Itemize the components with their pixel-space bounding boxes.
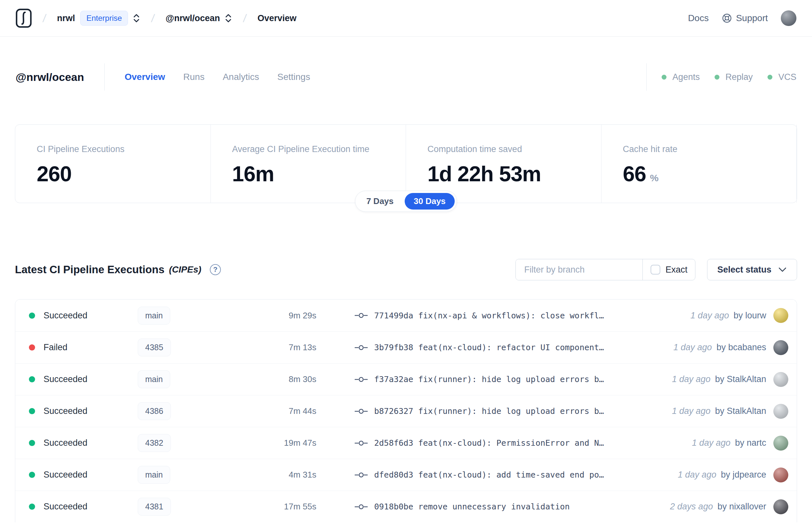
- cipe-time-ago: 1 day ago: [672, 374, 711, 384]
- branch-badge[interactable]: 4385: [138, 339, 171, 356]
- top-navbar: / nrwl Enterprise / @nrwl/ocean / Overvi…: [0, 0, 812, 37]
- tab-analytics[interactable]: Analytics: [223, 72, 259, 82]
- cipe-row[interactable]: Succeeded main 4m 31s dfed80d3 feat(nx-c…: [15, 459, 797, 491]
- divider: [646, 63, 647, 91]
- stat-value: 1d 22h 53m: [427, 162, 541, 186]
- stat-card-cache-hit: Cache hit rate 66 %: [601, 125, 797, 203]
- stat-card-executions: CI Pipeline Executions 260: [15, 125, 211, 203]
- branch-filter-group: Exact: [516, 259, 696, 280]
- cipes-section-header: Latest CI Pipeline Executions (CIPEs) ? …: [0, 259, 812, 280]
- cipe-duration: 17m 55s: [245, 501, 316, 512]
- feature-vcs[interactable]: VCS: [767, 72, 796, 82]
- status-dot-icon: [29, 440, 35, 446]
- tab-settings[interactable]: Settings: [277, 72, 310, 82]
- commit-message[interactable]: f37a32ae fix(runner): hide log upload er…: [374, 375, 604, 384]
- commit-message[interactable]: b8726327 fix(runner): hide log upload er…: [374, 406, 604, 416]
- cipe-duration: 7m 13s: [245, 342, 316, 352]
- divider: [104, 63, 105, 91]
- author-avatar: [773, 340, 788, 355]
- branch-badge[interactable]: 4386: [138, 402, 171, 420]
- cipe-row[interactable]: Failed 4385 7m 13s 3b79fb38 feat(nx-clou…: [15, 331, 797, 363]
- life-ring-icon: [722, 13, 732, 24]
- stat-value: 260: [37, 162, 72, 186]
- author-avatar: [773, 308, 788, 323]
- status-dot-icon: [767, 75, 772, 79]
- breadcrumb-separator: /: [151, 12, 156, 25]
- status-dot-icon: [29, 376, 35, 382]
- git-commit-icon: [355, 471, 368, 479]
- user-avatar[interactable]: [781, 10, 796, 26]
- commit-message[interactable]: dfed80d3 feat(nx-cloud): add time-saved …: [374, 470, 604, 480]
- breadcrumb-org[interactable]: nrwl: [57, 13, 75, 24]
- git-commit-icon: [355, 311, 368, 320]
- stat-unit: %: [650, 172, 658, 183]
- branch-badge[interactable]: 4381: [138, 498, 171, 515]
- cipe-duration: 4m 31s: [245, 470, 316, 480]
- cipe-time-ago: 1 day ago: [673, 342, 712, 352]
- cipe-status: Succeeded: [44, 470, 138, 480]
- cipe-row[interactable]: Succeeded 4386 7m 44s b8726327 fix(runne…: [15, 395, 797, 427]
- branch-badge[interactable]: main: [138, 466, 170, 484]
- tab-runs[interactable]: Runs: [183, 72, 204, 82]
- stats-panel: CI Pipeline Executions 260 Average CI Pi…: [15, 124, 797, 203]
- status-dot-icon: [29, 313, 35, 319]
- author-avatar: [773, 372, 788, 387]
- workspace-switcher-chevrons-icon[interactable]: [225, 13, 232, 23]
- support-link[interactable]: Support: [722, 13, 768, 24]
- cipe-status: Succeeded: [44, 501, 138, 512]
- exact-checkbox[interactable]: [650, 265, 660, 274]
- commit-message[interactable]: 3b79fb38 feat(nx-cloud): refactor UI com…: [374, 343, 604, 352]
- cipe-row[interactable]: Succeeded main 9m 29s 771499da fix(nx-ap…: [15, 300, 797, 331]
- commit-message[interactable]: 771499da fix(nx-api & workflows): close …: [374, 311, 604, 320]
- date-range-toggle: 7 Days 30 Days: [355, 191, 457, 212]
- author-avatar: [773, 467, 788, 482]
- commit-message[interactable]: 2d58f6d3 feat(nx-cloud): PermissionError…: [374, 438, 604, 448]
- cipes-title-suffix: (CIPEs): [169, 265, 201, 275]
- exact-label[interactable]: Exact: [665, 265, 688, 275]
- cipe-author: by lourw: [733, 311, 766, 321]
- cipe-status: Succeeded: [44, 438, 138, 448]
- cipe-status: Failed: [44, 342, 138, 352]
- branch-filter-input[interactable]: [516, 259, 642, 280]
- tab-overview[interactable]: Overview: [125, 72, 165, 82]
- cipe-row[interactable]: Succeeded 4381 17m 55s 0918b0be remove u…: [15, 491, 797, 522]
- git-commit-icon: [355, 502, 368, 511]
- cipe-row[interactable]: Succeeded main 8m 30s f37a32ae fix(runne…: [15, 363, 797, 395]
- cipe-duration: 7m 44s: [245, 406, 316, 416]
- branch-badge[interactable]: main: [138, 370, 170, 388]
- stat-value: 16m: [232, 162, 274, 186]
- range-30-days[interactable]: 30 Days: [405, 193, 455, 210]
- breadcrumb-separator: /: [242, 12, 247, 25]
- cipe-row[interactable]: Succeeded 4382 19m 47s 2d58f6d3 feat(nx-…: [15, 427, 797, 459]
- author-avatar: [773, 404, 788, 419]
- cipe-author: by StalkAltan: [715, 374, 766, 384]
- org-switcher-chevrons-icon[interactable]: [133, 13, 140, 23]
- workspace-title: @nrwl/ocean: [16, 71, 84, 84]
- cipe-duration: 19m 47s: [245, 438, 316, 448]
- cipe-time-ago: 1 day ago: [691, 311, 729, 321]
- git-commit-icon: [355, 343, 368, 352]
- branch-badge[interactable]: main: [138, 307, 170, 325]
- branch-badge[interactable]: 4382: [138, 434, 171, 452]
- docs-link[interactable]: Docs: [688, 13, 709, 24]
- breadcrumb-workspace[interactable]: @nrwl/ocean: [166, 13, 220, 24]
- range-7-days[interactable]: 7 Days: [357, 193, 403, 210]
- nx-cloud-logo[interactable]: [16, 8, 32, 28]
- breadcrumb-separator: /: [42, 12, 47, 25]
- help-icon[interactable]: ?: [210, 264, 221, 275]
- git-commit-icon: [355, 375, 368, 384]
- cipe-author: by nixallover: [718, 501, 766, 512]
- feature-replay[interactable]: Replay: [715, 72, 753, 82]
- feature-agents[interactable]: Agents: [662, 72, 700, 82]
- status-dot-icon: [662, 75, 667, 79]
- cipes-title: Latest CI Pipeline Executions: [15, 264, 164, 276]
- cipe-author: by jdpearce: [721, 470, 766, 480]
- cipe-time-ago: 1 day ago: [692, 438, 731, 448]
- status-dot-icon: [29, 344, 35, 350]
- cipe-author: by StalkAltan: [715, 406, 766, 416]
- status-dot-icon: [29, 408, 35, 414]
- commit-message[interactable]: 0918b0be remove unnecessary invalidation: [374, 502, 570, 511]
- status-select-dropdown[interactable]: Select status: [707, 259, 797, 280]
- cipe-author: by bcabanes: [717, 342, 766, 352]
- cipe-duration: 8m 30s: [245, 374, 316, 384]
